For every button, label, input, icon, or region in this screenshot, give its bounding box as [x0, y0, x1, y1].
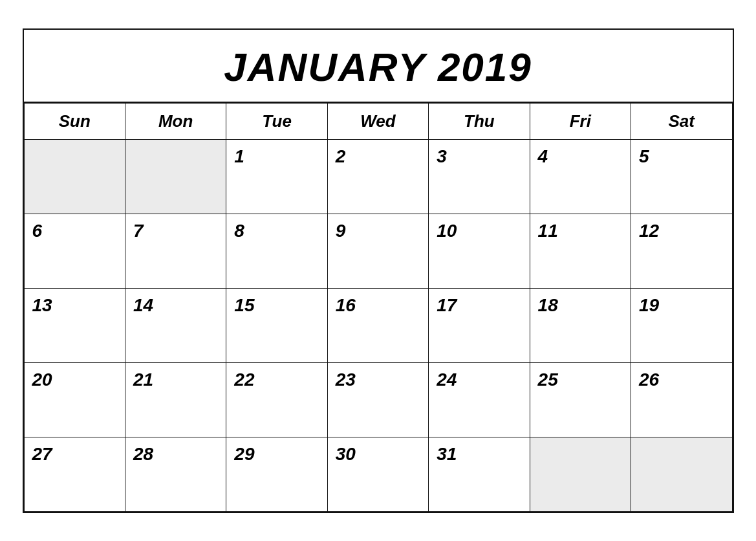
week-row-1: 12345 — [24, 139, 732, 214]
calendar-cell[interactable] — [125, 139, 226, 214]
week-row-3: 13141516171819 — [24, 288, 732, 362]
calendar-cell[interactable]: 1 — [226, 139, 327, 214]
day-number: 1 — [234, 146, 244, 166]
calendar-cell[interactable]: 3 — [429, 139, 530, 214]
day-number: 17 — [437, 295, 457, 315]
calendar-cell[interactable]: 5 — [631, 139, 732, 214]
calendar-cell[interactable]: 30 — [327, 437, 428, 511]
calendar-cell[interactable]: 2 — [327, 139, 428, 214]
calendar-title: JANUARY 2019 — [24, 30, 733, 103]
day-header-sat: Sat — [631, 103, 732, 139]
calendar-cell[interactable] — [530, 437, 631, 511]
week-row-2: 6789101112 — [24, 214, 732, 288]
day-number: 23 — [336, 370, 356, 390]
calendar-cell[interactable]: 20 — [24, 362, 125, 437]
day-number: 10 — [437, 221, 457, 241]
calendar-cell[interactable]: 29 — [226, 437, 327, 511]
calendar-cell[interactable]: 18 — [530, 288, 631, 362]
calendar-cell[interactable] — [631, 437, 732, 511]
calendar-cell[interactable]: 16 — [327, 288, 428, 362]
day-number: 26 — [639, 370, 659, 390]
day-number: 27 — [32, 444, 52, 464]
day-number: 25 — [538, 370, 558, 390]
day-header-mon: Mon — [125, 103, 226, 139]
day-number: 3 — [437, 146, 447, 166]
day-number: 5 — [639, 146, 649, 166]
day-header-sun: Sun — [24, 103, 125, 139]
day-number: 30 — [336, 444, 356, 464]
day-number: 31 — [437, 444, 457, 464]
calendar-cell[interactable]: 17 — [429, 288, 530, 362]
calendar-cell[interactable]: 11 — [530, 214, 631, 288]
calendar-cell[interactable]: 15 — [226, 288, 327, 362]
calendar-cell[interactable]: 4 — [530, 139, 631, 214]
day-header-tue: Tue — [226, 103, 327, 139]
calendar-cell[interactable]: 14 — [125, 288, 226, 362]
day-number: 2 — [336, 146, 346, 166]
week-row-5: 2728293031 — [24, 437, 732, 511]
day-number: 21 — [133, 370, 153, 390]
calendar-cell[interactable]: 31 — [429, 437, 530, 511]
day-number: 20 — [32, 370, 52, 390]
calendar-cell[interactable]: 13 — [24, 288, 125, 362]
calendar-cell[interactable]: 24 — [429, 362, 530, 437]
day-number: 19 — [639, 295, 659, 315]
calendar-cell[interactable]: 7 — [125, 214, 226, 288]
calendar-table: SunMonTueWedThuFriSat 123456789101112131… — [24, 103, 733, 512]
calendar-cell[interactable]: 19 — [631, 288, 732, 362]
week-row-4: 20212223242526 — [24, 362, 732, 437]
day-number: 13 — [32, 295, 52, 315]
calendar-cell[interactable]: 28 — [125, 437, 226, 511]
calendar-cell[interactable]: 9 — [327, 214, 428, 288]
calendar-cell[interactable]: 12 — [631, 214, 732, 288]
calendar-cell[interactable] — [24, 139, 125, 214]
calendar-cell[interactable]: 25 — [530, 362, 631, 437]
day-number: 8 — [234, 221, 244, 241]
days-header-row: SunMonTueWedThuFriSat — [24, 103, 732, 139]
calendar-cell[interactable]: 22 — [226, 362, 327, 437]
day-number: 22 — [234, 370, 254, 390]
calendar-cell[interactable]: 26 — [631, 362, 732, 437]
calendar-cell[interactable]: 21 — [125, 362, 226, 437]
day-number: 24 — [437, 370, 457, 390]
day-number: 18 — [538, 295, 558, 315]
day-number: 9 — [336, 221, 346, 241]
calendar-cell[interactable]: 8 — [226, 214, 327, 288]
calendar-cell[interactable]: 6 — [24, 214, 125, 288]
day-header-thu: Thu — [429, 103, 530, 139]
calendar-cell[interactable]: 27 — [24, 437, 125, 511]
day-number: 4 — [538, 146, 548, 166]
calendar-cell[interactable]: 23 — [327, 362, 428, 437]
calendar-cell[interactable]: 10 — [429, 214, 530, 288]
day-number: 11 — [538, 221, 558, 241]
day-header-fri: Fri — [530, 103, 631, 139]
calendar: JANUARY 2019 SunMonTueWedThuFriSat 12345… — [23, 28, 734, 513]
day-number: 6 — [32, 221, 43, 241]
day-header-wed: Wed — [327, 103, 428, 139]
day-number: 12 — [639, 221, 659, 241]
day-number: 28 — [133, 444, 153, 464]
day-number: 16 — [336, 295, 356, 315]
day-number: 7 — [133, 221, 144, 241]
day-number: 14 — [133, 295, 153, 315]
day-number: 29 — [234, 444, 254, 464]
day-number: 15 — [234, 295, 254, 315]
